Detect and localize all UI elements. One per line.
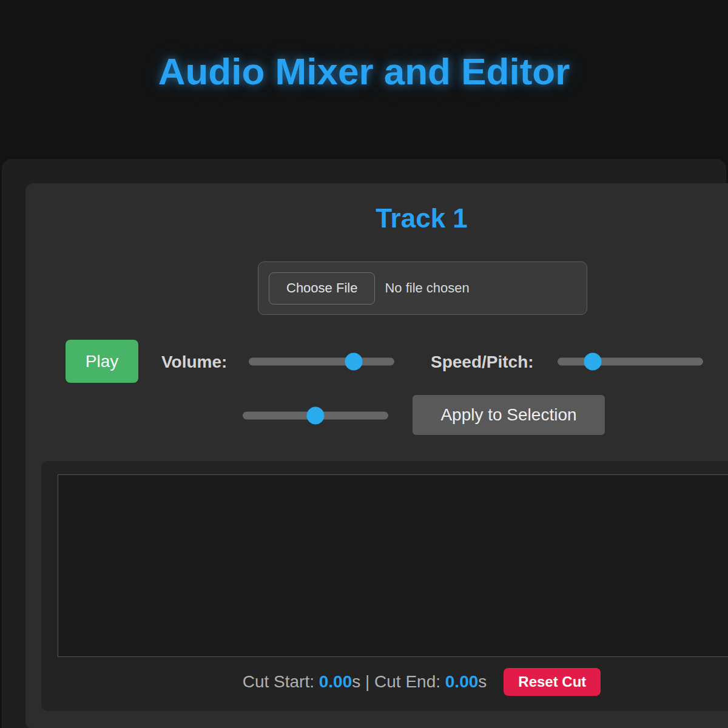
volume-slider-track — [249, 358, 394, 366]
speed-pitch-slider[interactable] — [558, 352, 703, 371]
play-button[interactable]: Play — [66, 340, 138, 383]
volume-slider[interactable] — [249, 352, 394, 371]
app-stage: Audio Mixer and Editor Track 1 Choose Fi… — [0, 0, 728, 728]
file-status-text: No file chosen — [385, 280, 469, 296]
waveform-canvas[interactable] — [58, 474, 728, 657]
speed-pitch-label: Speed/Pitch: — [431, 352, 534, 372]
page-title: Audio Mixer and Editor — [0, 51, 728, 92]
selection-slider[interactable] — [243, 406, 388, 425]
selection-slider-thumb[interactable] — [307, 407, 325, 425]
cut-end-value: 0.00 — [445, 672, 479, 691]
cut-separator: | — [365, 672, 369, 691]
file-input[interactable]: Choose File No file chosen — [258, 261, 587, 315]
cut-start-label: Cut Start: — [243, 672, 314, 691]
volume-label: Volume: — [161, 352, 227, 372]
cut-start-unit: s — [352, 672, 360, 691]
cut-info-text: Cut Start: 0.00s | Cut End: 0.00s — [243, 672, 487, 692]
main-container: Track 1 Choose File No file chosen Play … — [2, 159, 726, 728]
volume-slider-thumb[interactable] — [345, 353, 362, 371]
reset-cut-button[interactable]: Reset Cut — [504, 668, 601, 696]
track-card: Track 1 Choose File No file chosen Play … — [25, 183, 728, 728]
track-title: Track 1 — [25, 203, 728, 234]
speed-pitch-slider-thumb[interactable] — [584, 353, 601, 371]
apply-to-selection-button[interactable]: Apply to Selection — [413, 395, 605, 435]
cut-start-value: 0.00 — [319, 672, 352, 691]
speed-pitch-slider-track — [558, 358, 703, 366]
cut-info-row: Cut Start: 0.00s | Cut End: 0.00s Reset … — [41, 668, 728, 696]
choose-file-button[interactable]: Choose File — [269, 272, 375, 305]
cut-end-unit: s — [478, 672, 487, 691]
cut-end-label: Cut End: — [374, 672, 440, 691]
waveform-section: Cut Start: 0.00s | Cut End: 0.00s Reset … — [41, 461, 728, 711]
